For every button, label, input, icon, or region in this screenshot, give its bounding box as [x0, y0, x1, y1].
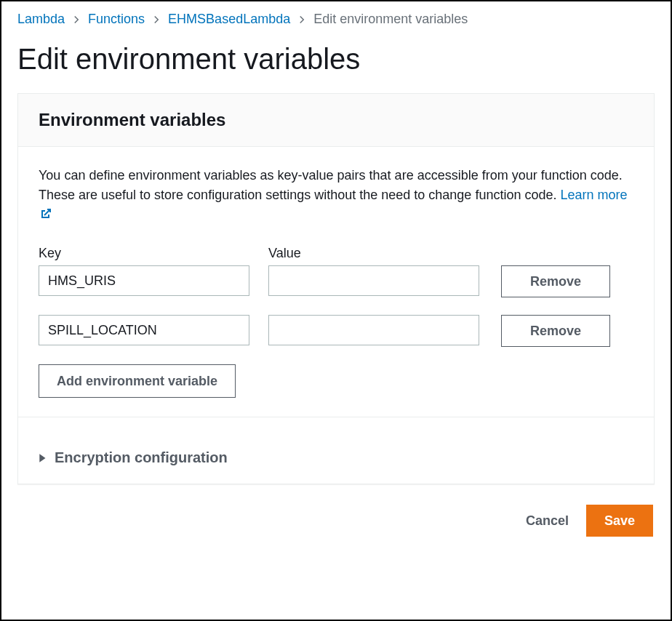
caret-right-icon: [39, 453, 47, 463]
env-var-row: Remove: [39, 265, 633, 297]
breadcrumb-link-functions[interactable]: Functions: [88, 12, 145, 27]
breadcrumb-link-function-name[interactable]: EHMSBasedLambda: [168, 12, 290, 27]
add-environment-variable-button[interactable]: Add environment variable: [39, 364, 236, 398]
external-link-icon: [40, 206, 52, 225]
encryption-configuration-label: Encryption configuration: [55, 449, 228, 466]
panel-body: You can define environment variables as …: [18, 147, 654, 432]
env-var-row: Remove: [39, 315, 633, 347]
page-actions: Cancel Save: [1, 484, 671, 554]
panel-heading: Environment variables: [39, 110, 633, 130]
breadcrumb: Lambda Functions EHMSBasedLambda Edit en…: [1, 1, 671, 33]
env-key-input[interactable]: [39, 265, 249, 296]
chevron-right-icon: [297, 15, 306, 24]
remove-button[interactable]: Remove: [501, 315, 610, 347]
chevron-right-icon: [72, 15, 81, 24]
column-header-key: Key: [39, 246, 61, 260]
save-button[interactable]: Save: [586, 505, 653, 537]
chevron-right-icon: [152, 15, 161, 24]
env-value-input[interactable]: [268, 315, 479, 345]
cancel-button[interactable]: Cancel: [521, 508, 573, 534]
breadcrumb-current: Edit environment variables: [313, 12, 468, 27]
env-value-input[interactable]: [268, 265, 479, 296]
remove-button[interactable]: Remove: [501, 265, 610, 297]
panel-description: You can define environment variables as …: [39, 166, 633, 225]
breadcrumb-link-lambda[interactable]: Lambda: [17, 12, 65, 27]
column-header-value: Value: [268, 246, 301, 260]
panel-header: Environment variables: [18, 94, 654, 147]
encryption-configuration-toggle[interactable]: Encryption configuration: [18, 432, 654, 484]
page-title: Edit environment variables: [1, 33, 671, 93]
env-key-input[interactable]: [39, 315, 249, 345]
environment-variables-panel: Environment variables You can define env…: [17, 93, 655, 484]
description-text: You can define environment variables as …: [39, 168, 623, 202]
learn-more-label: Learn more: [560, 188, 627, 202]
divider: [18, 417, 654, 417]
kv-header-row: Key Value: [39, 246, 633, 261]
